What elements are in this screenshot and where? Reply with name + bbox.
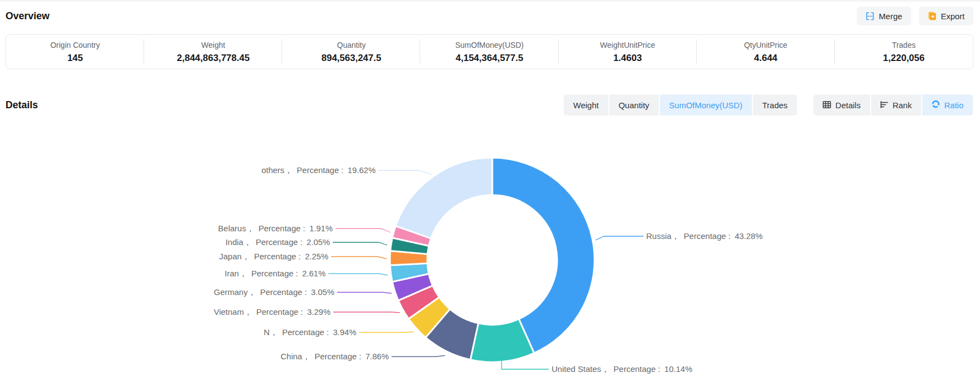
stat-value: 1,220,056 bbox=[835, 53, 973, 64]
label-line-iran bbox=[328, 274, 388, 275]
stat-item-origin-country: Origin Country145 bbox=[6, 40, 144, 64]
slice-label-belarus: Belarus， Percentage : 1.91% bbox=[218, 224, 333, 233]
stat-label: Trades bbox=[835, 41, 973, 49]
merge-icon bbox=[866, 12, 874, 20]
tab-label: Ratio bbox=[944, 101, 964, 110]
stat-item-qtyunitprice: QtyUnitPrice4.644 bbox=[697, 40, 835, 64]
details-title: Details bbox=[5, 99, 38, 111]
details-toolbar: WeightQuantitySumOfMoney(USD)Trades Deta… bbox=[564, 94, 973, 115]
pie-slice-others[interactable] bbox=[396, 158, 493, 238]
slice-label-russia: Russia， Percentage : 43.28% bbox=[646, 231, 763, 241]
stat-item-trades: Trades1,220,056 bbox=[835, 40, 973, 64]
tab-ratio[interactable]: Ratio bbox=[922, 94, 973, 115]
stat-label: Weight bbox=[144, 41, 282, 49]
table-icon bbox=[823, 101, 831, 110]
tab-trades[interactable]: Trades bbox=[753, 94, 797, 115]
label-line-vietnam bbox=[333, 312, 400, 313]
slice-label-iran: Iran， Percentage : 2.61% bbox=[225, 269, 326, 278]
slice-label-india: India， Percentage : 2.05% bbox=[225, 237, 330, 247]
label-line-belarus bbox=[335, 229, 390, 232]
label-line-india bbox=[333, 242, 387, 245]
stat-label: Origin Country bbox=[6, 41, 144, 49]
tab-label: Quantity bbox=[619, 101, 649, 110]
page-title: Overview bbox=[5, 10, 49, 22]
stat-value: 145 bbox=[6, 53, 144, 64]
slice-label-japan: Japan， Percentage : 2.25% bbox=[219, 252, 328, 261]
stat-item-weight: Weight2,844,863,778.45 bbox=[144, 40, 282, 64]
merge-button[interactable]: Merge bbox=[857, 7, 911, 25]
slice-label-others: others， Percentage : 19.62% bbox=[261, 165, 376, 175]
tab-rank[interactable]: Rank bbox=[871, 94, 921, 115]
stat-label: QtyUnitPrice bbox=[697, 41, 835, 49]
label-line-united-states bbox=[502, 361, 549, 369]
stat-value: 2,844,863,778.45 bbox=[144, 53, 282, 64]
tab-label: Details bbox=[835, 101, 861, 110]
overview-header: Overview Merge Export bbox=[5, 4, 973, 27]
label-line-japan bbox=[331, 257, 387, 259]
stat-value: 894,563,247.5 bbox=[282, 53, 420, 64]
export-button-label: Export bbox=[941, 12, 965, 21]
slice-label-china: China， Percentage : 7.86% bbox=[280, 352, 389, 361]
export-button[interactable]: Export bbox=[919, 7, 973, 25]
tab-label: SumOfMoney(USD) bbox=[669, 101, 742, 110]
details-header: Details WeightQuantitySumOfMoney(USD)Tra… bbox=[5, 93, 973, 116]
stat-item-weightunitprice: WeightUnitPrice1.4603 bbox=[559, 40, 697, 64]
label-line-china bbox=[392, 355, 445, 357]
tab-sumofmoney-usd[interactable]: SumOfMoney(USD) bbox=[660, 94, 752, 115]
slice-label-united-states: United States， Percentage : 10.14% bbox=[552, 364, 692, 374]
header-actions: Merge Export bbox=[857, 7, 973, 25]
stat-value: 4,154,364,577.5 bbox=[420, 53, 558, 64]
label-line-germany bbox=[337, 292, 392, 293]
stat-label: SumOfMoney(USD) bbox=[420, 41, 558, 49]
rank-icon bbox=[880, 101, 888, 110]
stat-value: 4.644 bbox=[697, 53, 835, 64]
export-icon bbox=[928, 12, 937, 20]
ratio-icon bbox=[932, 100, 940, 110]
slice-label-germany: Germany， Percentage : 3.05% bbox=[214, 287, 334, 297]
stat-label: WeightUnitPrice bbox=[559, 41, 697, 49]
slice-label-n: N， Percentage : 3.94% bbox=[264, 327, 356, 337]
stat-value: 1.4603 bbox=[559, 53, 697, 64]
tab-label: Rank bbox=[893, 101, 912, 110]
tab-label: Trades bbox=[762, 101, 788, 110]
stat-label: Quantity bbox=[282, 41, 420, 49]
metric-tab-group: WeightQuantitySumOfMoney(USD)Trades bbox=[564, 94, 797, 115]
tab-details[interactable]: Details bbox=[813, 94, 870, 115]
tab-quantity[interactable]: Quantity bbox=[609, 94, 659, 115]
stat-item-quantity: Quantity894,563,247.5 bbox=[282, 40, 420, 64]
slice-label-vietnam: Vietnam， Percentage : 3.29% bbox=[214, 307, 331, 316]
tab-label: Weight bbox=[573, 101, 598, 110]
view-tab-group: DetailsRankRatio bbox=[813, 94, 973, 115]
label-line-n bbox=[359, 332, 414, 332]
label-line-russia bbox=[596, 236, 643, 240]
stat-item-sumofmoney-usd: SumOfMoney(USD)4,154,364,577.5 bbox=[420, 40, 558, 64]
tab-weight[interactable]: Weight bbox=[564, 94, 608, 115]
merge-button-label: Merge bbox=[879, 12, 902, 21]
label-line-others bbox=[378, 170, 432, 175]
overview-stats-card: Origin Country145Weight2,844,863,778.45Q… bbox=[5, 34, 973, 69]
